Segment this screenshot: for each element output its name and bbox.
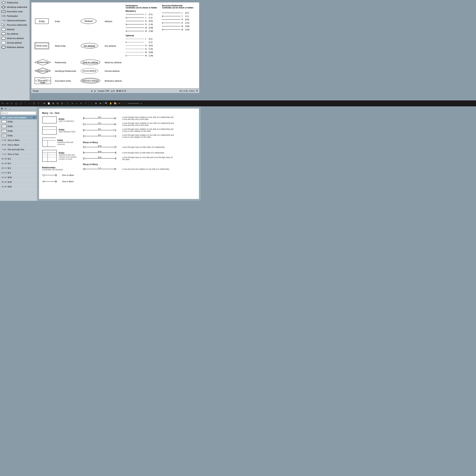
svg-text:1: 1	[162, 22, 163, 24]
sep2	[65, 102, 65, 105]
entity-entry-cols: Entity (attributes field with columns)	[42, 137, 79, 147]
entity-cols-shape2	[42, 137, 56, 147]
ungroup-tool[interactable]: ⊟	[56, 101, 60, 105]
col-entity-header	[33, 4, 79, 9]
ortho-tool[interactable]: ⌐	[75, 101, 79, 105]
entity-plain-desc: (with no attributes)	[59, 120, 74, 122]
rect-tool[interactable]: ▭	[5, 101, 9, 105]
zoom-out-button[interactable]: −	[123, 101, 127, 105]
svg-point-11	[1, 33, 6, 35]
sidebar-item-entity-varrows[interactable]: Entity	[0, 133, 37, 138]
grid-tool[interactable]: ⊞	[94, 101, 98, 105]
sidebar-item-key-attr[interactable]: Key attribute	[0, 32, 30, 36]
m1-3-label: M:1	[8, 167, 11, 169]
sidebar-tabs: ⊞ ≡ 🔍	[0, 107, 37, 111]
page-nav-prev[interactable]: ◄	[91, 90, 93, 92]
svg-text:1: 1	[182, 15, 183, 17]
legend-table: ParticipationsCardinality can be shown o…	[33, 4, 197, 86]
sidebar-item-m1-1[interactable]: M:1	[0, 156, 37, 161]
sidebar-item-zero-or-more[interactable]: Zero or More	[0, 138, 37, 143]
pen-tool[interactable]: ✏	[118, 101, 122, 105]
weak-entity-label-cell: Weak Entity	[54, 34, 79, 58]
sidebar-item-one-or-more[interactable]: One or More	[0, 143, 37, 147]
category-close-btn[interactable]: ×	[33, 116, 35, 119]
zoom-controls: − +	[123, 101, 143, 105]
sidebar-item-entity-cols[interactable]: Entity	[0, 129, 37, 133]
arrow-tool[interactable]: →	[28, 101, 32, 105]
sidebar-item-entity-plain[interactable]: Entity	[0, 119, 37, 124]
square-tool[interactable]: ▢	[14, 101, 18, 105]
sidebar-item-one-and-only-one[interactable]: One and only One	[0, 147, 37, 152]
path-tool[interactable]: ╲	[66, 101, 70, 105]
settings-icon[interactable]: ⚙	[196, 90, 198, 92]
mandatory-1m-line: 1 M	[126, 30, 148, 33]
sidebar-item-zero-or-one[interactable]: Zero or One	[0, 152, 37, 156]
svg-text:1: 1	[126, 55, 127, 57]
svg-text:M: M	[145, 55, 147, 57]
zoom-in-btn[interactable]: 🔍	[104, 101, 108, 105]
legend-row-assoc: Associative Entity Associative Entity Mu…	[33, 75, 197, 86]
ellipse-tool[interactable]: ⬭	[10, 101, 14, 105]
attribute-icon	[1, 28, 6, 31]
sidebar-item-recursive-rel[interactable]: Recursive relationship	[0, 23, 30, 27]
zoom-in-button[interactable]: +	[139, 101, 143, 105]
group-tool[interactable]: ⊞	[51, 101, 55, 105]
paste-tool[interactable]: 📋	[47, 101, 51, 105]
sidebar-search-btn[interactable]: 🔍	[7, 107, 11, 110]
align-tool[interactable]: ⊤	[84, 101, 88, 105]
category-label: ERD, crow's foot notation	[1, 116, 26, 119]
entity-attr-label2: Entity	[59, 128, 75, 131]
sidebar-item-entity-attr[interactable]: Entity	[0, 124, 37, 129]
sidebar-item-weak-key[interactable]: Weak key attribute	[0, 36, 30, 41]
search-input[interactable]	[1, 111, 36, 115]
select-tool[interactable]: ↖	[1, 101, 5, 105]
page-nav-next[interactable]: ►	[94, 90, 96, 92]
col-participation-header: ParticipationsCardinality can be shown o…	[125, 4, 161, 9]
sidebar-item-optional-part[interactable]: Optional participation	[0, 18, 30, 23]
svg-rect-161	[42, 117, 56, 123]
rec-0n-line: N	[162, 18, 184, 21]
sidebar-item-multivalue-attr[interactable]: Multivalue attribute	[0, 45, 30, 50]
zoom-slider[interactable]	[128, 103, 139, 104]
snap-tool[interactable]: ⊕	[98, 101, 102, 105]
sidebar-item-mm-1[interactable]: M:M	[0, 175, 37, 180]
id-rel-shape: Relationship	[34, 68, 51, 74]
identifying-rel-icon	[1, 5, 6, 9]
zero-or-more-entry: Zero or More	[42, 173, 79, 177]
sidebar-item-associative[interactable]: Associative entity	[0, 9, 30, 14]
branch-tool[interactable]: ⊢	[79, 101, 83, 105]
sidebar-item-m1-3[interactable]: M:1	[0, 166, 37, 170]
page-size-stepper[interactable]: ▲▼	[111, 90, 115, 92]
sidebar-item-relationship[interactable]: Relationship	[0, 0, 30, 5]
layer-tool[interactable]: ⊡	[60, 101, 64, 105]
mm-row-1: M:M a zero through many on both sides of…	[83, 145, 196, 149]
copy-tool[interactable]: ⧉	[42, 101, 46, 105]
sidebar-item-m1-4[interactable]: M:1	[0, 170, 37, 175]
rec-01-line: 1	[162, 11, 184, 14]
one-and-only-one-icon	[1, 148, 7, 151]
svg-text:M: M	[182, 29, 183, 31]
line-tool[interactable]: ╱	[18, 101, 23, 105]
sidebar-item-derived-attr[interactable]: Derived attribute	[0, 41, 30, 45]
svg-text:Entity: Entity	[40, 82, 45, 84]
m1-desc-3: a one through many notation on one side …	[122, 128, 174, 132]
sidebar-item-m1-2[interactable]: M:1	[0, 161, 37, 166]
svg-rect-86	[116, 90, 118, 92]
hand-tool[interactable]: ✋	[109, 101, 113, 105]
svg-point-101	[2, 140, 3, 141]
curve-tool[interactable]: ⌒	[23, 101, 27, 105]
sidebar-item-identifying-rel[interactable]: Identifying relationship	[0, 5, 30, 9]
sidebar-grid-view[interactable]: ⊞	[0, 107, 4, 110]
poly-tool[interactable]: ⬡	[32, 101, 36, 105]
distribute-tool[interactable]: ⋮	[89, 101, 94, 105]
connector-tool[interactable]: ⤵	[36, 101, 41, 105]
bezier-tool[interactable]: ∿	[70, 101, 74, 105]
sidebar-item-attribute[interactable]: Attribute	[0, 27, 30, 32]
entity-entry-attr: Entity (with attributes field)	[42, 126, 79, 135]
svg-text:N: N	[145, 45, 147, 47]
sidebar-item-mm-3[interactable]: M:M	[0, 185, 37, 189]
sidebar-list-view[interactable]: ≡	[4, 107, 7, 110]
sidebar-item-mm-2[interactable]: M:M	[0, 180, 37, 185]
paint-tool[interactable]: 🎨	[113, 101, 117, 105]
sidebar-item-participation[interactable]: Participation	[0, 14, 30, 18]
